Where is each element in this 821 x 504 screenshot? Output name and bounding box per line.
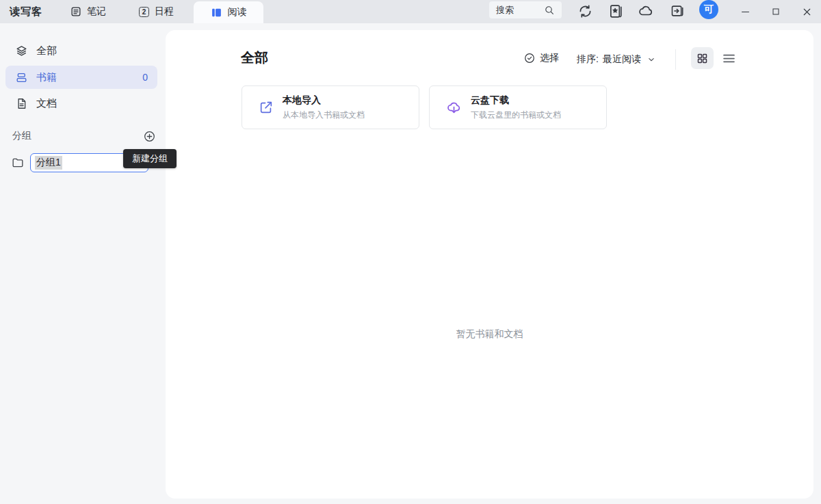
sort-dropdown[interactable]: 排序: 最近阅读 <box>577 53 656 66</box>
app-brand: 读写客 <box>10 0 42 23</box>
tab-schedule-label: 日程 <box>155 5 174 18</box>
reading-book-icon <box>211 7 222 18</box>
sort-value: 最近阅读 <box>603 53 641 66</box>
export-folder-icon <box>670 3 685 18</box>
external-link-icon <box>259 100 274 115</box>
sidebar-item-books[interactable]: 书籍 0 <box>5 66 157 89</box>
grid-view-icon <box>696 53 708 64</box>
app-window: { "titlebar": { "brand": "读写客", "tabs": … <box>0 0 821 504</box>
cloud-button[interactable] <box>636 1 655 21</box>
layers-icon <box>15 44 28 57</box>
select-button[interactable]: 选择 <box>523 52 559 64</box>
avatar[interactable]: 可 <box>699 0 718 19</box>
sync-icon <box>577 3 593 19</box>
tab-reading-label: 阅读 <box>228 6 247 18</box>
document-icon <box>15 97 28 110</box>
tab-notes-label: 笔记 <box>87 5 106 18</box>
titlebar: 读写客 笔记 2 日程 阅读 搜索 <box>0 0 821 23</box>
cloud-download-icon <box>446 100 462 116</box>
header-divider <box>675 49 676 70</box>
books-icon <box>15 71 28 84</box>
sidebar-item-docs[interactable]: 文档 <box>5 92 157 115</box>
groups-header-label: 分组 <box>12 130 31 142</box>
sidebar: 全部 书籍 0 文档 分组 <box>0 23 166 504</box>
card-text: 本地导入 从本地导入书籍或文档 <box>283 94 365 121</box>
add-group-button[interactable] <box>143 130 156 143</box>
search-placeholder: 搜索 <box>496 4 514 16</box>
tab-notes[interactable]: 笔记 <box>70 0 106 23</box>
tab-reading[interactable]: 阅读 <box>194 1 263 23</box>
local-import-card[interactable]: 本地导入 从本地导入书籍或文档 <box>242 85 419 129</box>
search-icon <box>544 5 555 16</box>
books-count-badge: 0 <box>142 72 148 83</box>
page-title: 全部 <box>241 49 268 67</box>
folder-icon <box>11 156 25 170</box>
chevron-down-icon <box>647 55 656 64</box>
check-circle-icon <box>523 52 536 64</box>
list-view-button[interactable] <box>720 51 737 66</box>
schedule-badge-icon: 2 <box>139 7 149 17</box>
select-label: 选择 <box>540 52 559 64</box>
sidebar-item-label: 文档 <box>36 97 57 110</box>
new-group-tooltip: 新建分组 <box>123 149 177 168</box>
close-icon <box>801 6 813 18</box>
sidebar-item-label: 全部 <box>36 44 57 57</box>
card-title: 云盘下载 <box>471 94 561 107</box>
tab-schedule[interactable]: 2 日程 <box>139 0 174 23</box>
cloud-icon <box>638 3 654 19</box>
minimize-button[interactable] <box>736 3 754 21</box>
minimize-icon <box>740 6 751 18</box>
search-input[interactable]: 搜索 <box>489 1 562 18</box>
grid-view-button[interactable] <box>691 47 714 69</box>
notes-tab-icon <box>70 6 81 17</box>
maximize-button[interactable] <box>767 3 785 21</box>
close-button[interactable] <box>798 3 816 21</box>
groups-header: 分组 <box>12 128 156 144</box>
maximize-icon <box>770 6 781 17</box>
card-text: 云盘下载 下载云盘里的书籍或文档 <box>471 94 561 121</box>
bookshelf-star-icon <box>608 3 624 19</box>
sort-label: 排序: <box>577 53 599 66</box>
empty-state-text: 暂无书籍和文档 <box>166 328 813 341</box>
export-button[interactable] <box>668 1 687 21</box>
card-subtitle: 下载云盘里的书籍或文档 <box>471 109 561 121</box>
sidebar-item-label: 书籍 <box>36 71 57 84</box>
sidebar-item-all[interactable]: 全部 <box>5 39 157 62</box>
list-view-icon <box>722 51 736 66</box>
plus-circle-icon <box>143 130 156 143</box>
new-group-input-value: 分组1 <box>35 156 62 170</box>
main-panel: 全部 选择 排序: 最近阅读 <box>166 30 813 499</box>
cloud-download-card[interactable]: 云盘下载 下载云盘里的书籍或文档 <box>429 85 607 129</box>
sync-button[interactable] <box>575 1 595 21</box>
card-subtitle: 从本地导入书籍或文档 <box>283 109 365 121</box>
card-title: 本地导入 <box>283 94 365 107</box>
bookshelf-button[interactable] <box>606 1 625 21</box>
